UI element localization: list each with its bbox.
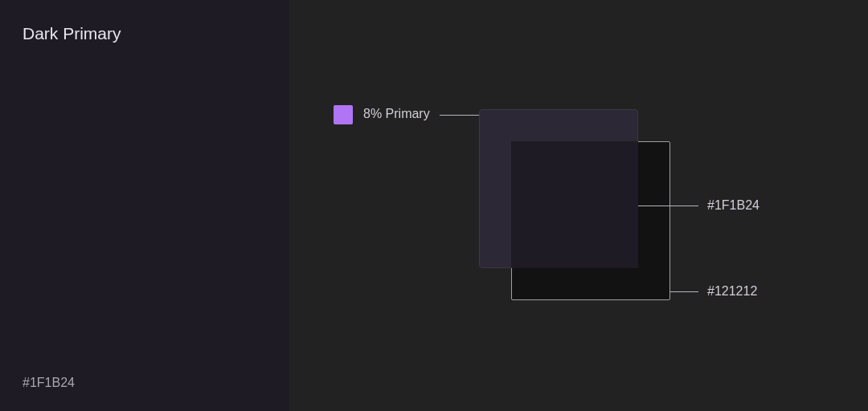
base-hex-label: #121212 [707, 284, 757, 299]
sidebar-hex-label: #1F1B24 [23, 376, 75, 390]
leader-line-result [638, 206, 698, 206]
leader-line-overlay [440, 115, 479, 116]
page-title: Dark Primary [23, 24, 267, 43]
result-color-layer [511, 141, 638, 268]
result-hex-label: #1F1B24 [707, 198, 760, 213]
sidebar-panel: Dark Primary #1F1B24 [0, 0, 289, 411]
primary-color-swatch [334, 105, 353, 124]
overlay-percentage-label: 8% Primary [363, 107, 430, 121]
leader-line-base [670, 291, 698, 292]
main-canvas: 8% Primary #1F1B24 #121212 [289, 0, 868, 411]
